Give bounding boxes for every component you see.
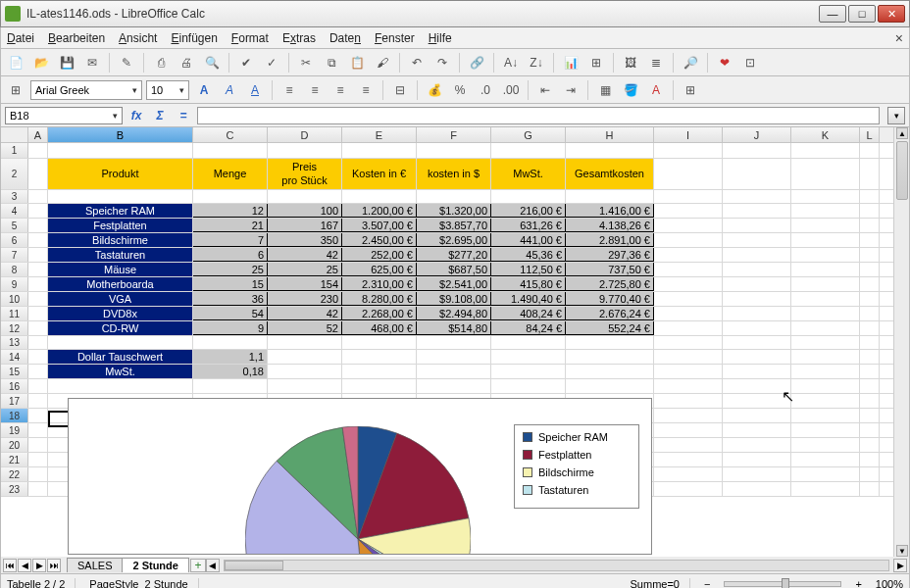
cell[interactable] — [860, 277, 880, 291]
email-button[interactable]: ✉ — [81, 52, 103, 74]
cell[interactable] — [654, 159, 723, 189]
zoom-button[interactable]: 🔎 — [680, 52, 701, 74]
cell[interactable] — [193, 379, 268, 393]
cell[interactable]: 737,50 € — [566, 263, 654, 276]
row-header-6[interactable]: 6 — [1, 233, 28, 247]
underline-button[interactable]: A — [244, 79, 266, 101]
cell[interactable] — [860, 233, 880, 247]
window-maximize-button[interactable]: □ — [848, 5, 876, 23]
cell[interactable] — [28, 143, 48, 158]
cell[interactable] — [791, 159, 860, 189]
row-header-2[interactable]: 2 — [1, 159, 28, 189]
cell[interactable] — [417, 190, 491, 203]
col-header-L[interactable]: L — [860, 127, 880, 142]
cell[interactable] — [654, 482, 723, 496]
cell[interactable]: 15 — [193, 277, 268, 291]
cell[interactable] — [417, 350, 491, 364]
cell[interactable] — [791, 453, 860, 466]
cell[interactable] — [723, 263, 791, 276]
col-header-D[interactable]: D — [268, 127, 342, 142]
status-sum[interactable]: Summe=0 — [631, 578, 690, 589]
cell[interactable]: 468,00 € — [342, 321, 417, 335]
cell[interactable] — [654, 453, 723, 466]
sheet-tab-2stunde[interactable]: 2 Stunde — [122, 558, 188, 572]
cell[interactable] — [28, 248, 48, 262]
row-header-11[interactable]: 11 — [1, 307, 28, 320]
cell[interactable] — [654, 365, 723, 378]
cell[interactable] — [566, 190, 654, 203]
cell[interactable] — [417, 365, 491, 378]
borders-button[interactable]: ▦ — [594, 79, 616, 101]
cell[interactable]: 25 — [193, 263, 268, 276]
italic-button[interactable]: A — [219, 79, 240, 101]
cell[interactable] — [654, 307, 723, 320]
cell[interactable]: Festplatten — [48, 219, 193, 232]
zoom-level[interactable]: 100% — [876, 578, 903, 589]
scroll-down-button[interactable]: ▼ — [896, 545, 908, 557]
cell[interactable]: 9 — [193, 321, 268, 335]
cell[interactable]: 4.138,26 € — [566, 219, 654, 232]
tab-last-button[interactable]: ⏭ — [47, 559, 61, 572]
cell[interactable]: $1.320,00 — [417, 204, 491, 218]
cell[interactable]: $514,80 — [417, 321, 491, 335]
status-pagestyle[interactable]: PageStyle_2 Stunde — [89, 578, 198, 589]
row-header-15[interactable]: 15 — [1, 365, 28, 378]
cell[interactable] — [193, 190, 268, 203]
cell[interactable] — [342, 379, 417, 393]
cell[interactable]: 100 — [268, 204, 342, 218]
row-header-12[interactable]: 12 — [1, 321, 28, 335]
extra1-button[interactable]: ⊡ — [739, 52, 761, 74]
cell[interactable] — [723, 143, 791, 158]
cell[interactable] — [654, 190, 723, 203]
row-header-14[interactable]: 14 — [1, 350, 28, 364]
cell[interactable]: 42 — [268, 307, 342, 320]
row-header-3[interactable]: 3 — [1, 190, 28, 203]
cell[interactable] — [28, 219, 48, 232]
cell[interactable] — [48, 143, 193, 158]
pie-chart[interactable]: Speicher RAMFestplattenBildschirmeTastat… — [68, 398, 652, 555]
cell[interactable] — [791, 263, 860, 276]
cell[interactable]: 631,26 € — [491, 219, 566, 232]
cell[interactable] — [791, 190, 860, 203]
cell[interactable] — [491, 365, 566, 378]
cell[interactable] — [860, 292, 880, 306]
chart-button[interactable]: 📊 — [560, 52, 581, 74]
autospell-button[interactable]: ✓ — [261, 52, 282, 74]
cell[interactable]: 2.450,00 € — [342, 233, 417, 247]
bold-button[interactable]: A — [193, 79, 215, 101]
cell[interactable]: Preispro Stück — [268, 159, 342, 189]
cell[interactable] — [654, 438, 723, 452]
cell[interactable]: $2.541,00 — [417, 277, 491, 291]
save-button[interactable]: 💾 — [56, 52, 77, 74]
cell[interactable]: 52 — [268, 321, 342, 335]
menu-view[interactable]: Ansicht — [119, 31, 157, 45]
cell[interactable] — [860, 248, 880, 262]
styles-button[interactable]: ⊞ — [5, 79, 26, 101]
cell[interactable]: 2.676,24 € — [566, 307, 654, 320]
cell[interactable]: 408,24 € — [491, 307, 566, 320]
horizontal-scroll-thumb[interactable] — [225, 561, 283, 570]
row-header-17[interactable]: 17 — [1, 394, 28, 408]
align-left-button[interactable]: ≡ — [278, 79, 300, 101]
document-close-button[interactable]: × — [895, 30, 903, 46]
cell[interactable] — [654, 292, 723, 306]
col-header-I[interactable]: I — [654, 127, 723, 142]
cell[interactable] — [723, 190, 791, 203]
decimal-remove-button[interactable]: .00 — [500, 79, 522, 101]
row-header-23[interactable]: 23 — [1, 482, 28, 496]
cell[interactable] — [193, 143, 268, 158]
preview-button[interactable]: 🔍 — [201, 52, 223, 74]
cell[interactable] — [860, 482, 880, 496]
cell[interactable]: 625,00 € — [342, 263, 417, 276]
cell[interactable] — [268, 365, 342, 378]
bgcolor-button[interactable]: 🪣 — [620, 79, 641, 101]
menu-format[interactable]: Format — [231, 31, 269, 45]
cell[interactable]: 2.725,80 € — [566, 277, 654, 291]
cell[interactable] — [342, 365, 417, 378]
cell[interactable]: Menge — [193, 159, 268, 189]
cell[interactable] — [491, 143, 566, 158]
cell[interactable] — [723, 482, 791, 496]
align-right-button[interactable]: ≡ — [329, 79, 351, 101]
cell[interactable]: CD-RW — [48, 321, 193, 335]
cell[interactable] — [654, 233, 723, 247]
